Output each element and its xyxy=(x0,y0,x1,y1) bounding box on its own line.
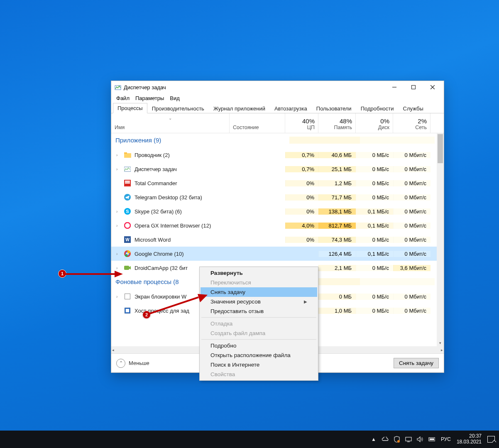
separator xyxy=(201,317,316,318)
process-name: Проводник (2) xyxy=(135,152,170,158)
tray-chevron-up-icon[interactable]: ▲ xyxy=(370,436,377,443)
svg-rect-30 xyxy=(406,437,411,441)
folder-icon xyxy=(124,151,131,159)
tab-users[interactable]: Пользователи xyxy=(312,103,356,113)
ctx-switch: Переключиться xyxy=(201,278,317,287)
column-cpu[interactable]: 40%ЦП xyxy=(285,113,318,133)
menubar: Файл Параметры Вид xyxy=(111,93,444,103)
task-manager-icon xyxy=(115,84,121,91)
column-memory[interactable]: 48%Память xyxy=(318,113,356,133)
tray-notifications-icon[interactable] xyxy=(487,436,495,443)
scrollbar-down-icon[interactable]: ▾ xyxy=(437,339,444,346)
scrollbar-left-icon[interactable]: ◂ xyxy=(112,348,114,352)
row-skype[interactable]: › S Skype (32 бита) (6) 0% 138,1 МБ 0,1 … xyxy=(111,204,437,218)
separator xyxy=(201,339,316,340)
ctx-feedback[interactable]: Предоставить отзыв xyxy=(201,306,317,316)
task-manager-icon xyxy=(124,165,131,173)
droidcam-icon xyxy=(124,264,131,272)
titlebar[interactable]: Диспетчер задач xyxy=(111,81,444,93)
tabstrip: Процессы Производительность Журнал прило… xyxy=(111,103,444,113)
totalcmd-icon xyxy=(124,179,131,187)
svg-marker-32 xyxy=(417,437,420,442)
menu-file[interactable]: Файл xyxy=(114,94,132,102)
svg-rect-5 xyxy=(124,153,131,158)
row-totalcmd[interactable]: Total Commander 0% 1,2 МБ 0 МБ/с 0 Мбит/… xyxy=(111,176,437,190)
tray-clock[interactable]: 20:37 18.03.2021 xyxy=(457,433,482,445)
app-icon xyxy=(124,307,131,314)
row-chrome[interactable]: › Google Chrome (10) 126,4 МБ 0,1 МБ/с 0… xyxy=(111,247,437,261)
group-apps[interactable]: Приложения (9) xyxy=(111,133,437,148)
row-taskmgr[interactable]: › Диспетчер задач 0,7% 25,1 МБ 0 МБ/с 0 … xyxy=(111,162,437,176)
column-name[interactable]: ⌄ Имя xyxy=(111,113,230,133)
ctx-expand[interactable]: Развернуть xyxy=(201,268,317,278)
tray-volume-icon[interactable] xyxy=(417,436,423,443)
chrome-icon xyxy=(124,250,131,257)
context-menu: Развернуть Переключиться Снять задачу Зн… xyxy=(199,267,318,381)
svg-rect-22 xyxy=(125,294,130,299)
svg-rect-6 xyxy=(124,152,127,154)
ctx-resource-values[interactable]: Значения ресурсов▶ xyxy=(201,297,317,306)
column-disk[interactable]: 0%Диск xyxy=(356,113,393,133)
vertical-scrollbar[interactable]: ▾ xyxy=(437,133,444,346)
skype-icon: S xyxy=(124,208,131,215)
tray-network-icon[interactable] xyxy=(405,436,412,443)
tab-performance[interactable]: Производительность xyxy=(147,103,209,113)
telegram-icon xyxy=(124,193,131,201)
menu-view[interactable]: Вид xyxy=(167,94,182,102)
column-network[interactable]: 2%Сеть xyxy=(393,113,431,133)
ctx-properties: Свойства xyxy=(201,370,317,379)
svg-rect-24 xyxy=(126,309,129,312)
tab-details[interactable]: Подробности xyxy=(356,103,399,113)
svg-rect-9 xyxy=(125,181,130,182)
svg-text:S: S xyxy=(126,209,129,214)
word-icon: W xyxy=(124,236,131,243)
app-icon xyxy=(124,293,131,300)
row-telegram[interactable]: Telegram Desktop (32 бита) 0% 71,7 МБ 0 … xyxy=(111,190,437,204)
scrollbar-thumb[interactable] xyxy=(438,134,443,163)
tray-security-icon[interactable] xyxy=(394,436,400,443)
svg-point-29 xyxy=(397,440,400,443)
tray-battery-icon[interactable] xyxy=(428,436,435,443)
column-headers: ⌄ Имя Состояние 40%ЦП 48%Память 0%Диск 2… xyxy=(111,113,444,133)
submenu-arrow-icon: ▶ xyxy=(304,299,307,304)
window-title: Диспетчер задач xyxy=(124,84,385,91)
tab-services[interactable]: Службы xyxy=(399,103,428,113)
opera-icon xyxy=(124,222,131,229)
svg-rect-10 xyxy=(125,182,130,184)
close-button[interactable] xyxy=(423,81,442,93)
svg-marker-21 xyxy=(129,266,131,269)
svg-rect-35 xyxy=(430,438,434,440)
tab-processes[interactable]: Процессы xyxy=(113,103,147,113)
column-state[interactable]: Состояние xyxy=(230,113,285,133)
row-word[interactable]: W Microsoft Word 0% 74,3 МБ 0 МБ/с 0 Мби… xyxy=(111,233,437,247)
svg-rect-2 xyxy=(412,86,416,89)
tab-startup[interactable]: Автозагрузка xyxy=(270,103,312,113)
svg-point-14 xyxy=(125,223,130,228)
maximize-button[interactable] xyxy=(404,81,423,93)
menu-options[interactable]: Параметры xyxy=(133,94,166,102)
minimize-button[interactable] xyxy=(385,81,404,93)
system-tray: ▲ xyxy=(370,436,435,443)
chevron-up-icon: ⌃ xyxy=(116,359,125,368)
ctx-details[interactable]: Подробно xyxy=(201,341,317,350)
sort-chevron-icon: ⌄ xyxy=(169,116,172,120)
svg-text:W: W xyxy=(125,237,130,242)
tray-language[interactable]: РУС xyxy=(441,436,451,442)
fewer-details-button[interactable]: ⌃ Меньше xyxy=(116,359,149,368)
ctx-search-online[interactable]: Поиск в Интернете xyxy=(201,360,317,370)
scrollbar-right-icon[interactable]: ▸ xyxy=(441,348,443,352)
ctx-debug: Отладка xyxy=(201,319,317,328)
taskbar[interactable]: ▲ РУС 20:37 18.03.2021 xyxy=(0,431,499,448)
tray-onedrive-icon[interactable] xyxy=(382,436,389,443)
ctx-open-location[interactable]: Открыть расположение файла xyxy=(201,350,317,360)
tab-app-history[interactable]: Журнал приложений xyxy=(209,103,270,113)
ctx-dump: Создать файл дампа xyxy=(201,328,317,338)
row-explorer[interactable]: › Проводник (2) 0,7% 40,6 МБ 0 МБ/с 0 Мб… xyxy=(111,148,437,162)
svg-rect-20 xyxy=(124,266,129,270)
chevron-right-icon: › xyxy=(116,153,120,157)
end-task-button[interactable]: Снять задачу xyxy=(394,358,439,368)
row-opera[interactable]: › Opera GX Internet Browser (12) 4,0% 81… xyxy=(111,218,437,233)
annotation-badge-1: 1 xyxy=(58,269,66,278)
ctx-end-task[interactable]: Снять задачу xyxy=(201,287,317,297)
